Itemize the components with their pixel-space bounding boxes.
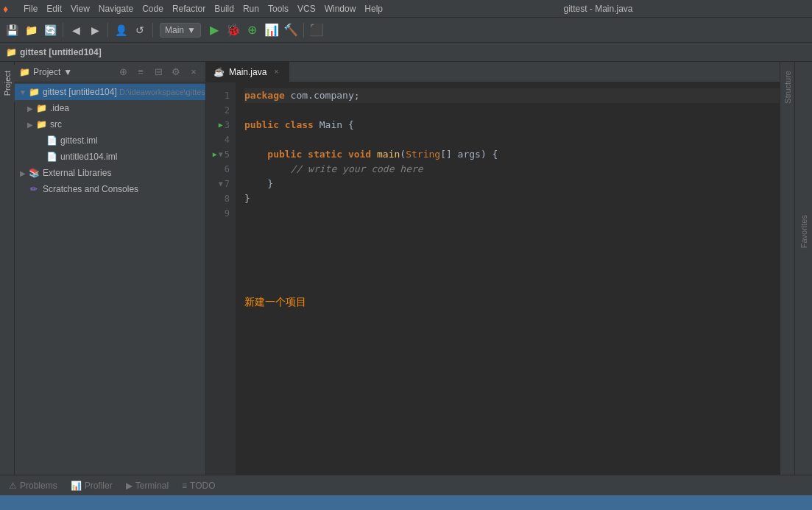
line-number-6: 6 [206,162,236,177]
code-line-6: // write your code here [244,162,780,177]
editor-tabs: ☕ Main.java × [206,62,780,82]
idea-label: .idea [50,103,69,113]
tab-todo[interactable]: ≡ TODO [176,478,221,494]
line-number-7: ▼ 7 [206,177,236,191]
src-folder-icon: 📁 [35,118,47,130]
synchronize-button[interactable]: 🔄 [41,21,59,39]
locate-button[interactable]: ⊕ [116,65,130,79]
line-num-2: 2 [225,103,230,118]
untitled104-iml-spacer [35,152,46,162]
ext-libs-icon: 📚 [28,167,40,179]
code-line-9 [244,206,780,221]
project-vertical-tab[interactable]: Project [0,65,15,102]
menu-build[interactable]: Build [210,2,239,15]
tab-file-icon: ☕ [213,67,225,77]
menu-vcs[interactable]: VCS [293,2,320,15]
separator-4 [303,23,304,38]
bottom-tabs: ⚠ Problems 📊 Profiler ▶ Terminal ≡ TODO [0,475,812,495]
root-folder-icon: 📁 [28,86,40,98]
tree-external-libs[interactable]: ▶ 📚 External Libraries [15,165,205,181]
tree-untitled104-iml[interactable]: 📄 untitled104.iml [15,149,205,165]
run-configuration[interactable]: Main ▼ [160,23,201,38]
menu-code[interactable]: Code [138,2,168,15]
run-button[interactable]: ▶ [205,21,223,39]
closing-brace-class: } [244,191,250,206]
indent-space-6 [244,162,291,177]
fold-gutter-5[interactable]: ▼ [219,147,223,162]
tree-root[interactable]: ▼ 📁 gittest [untitled104] D:\ideaworkspa… [15,84,205,100]
editor-area: ☕ Main.java × 1 2 ▶ 3 [206,62,780,475]
undo-button[interactable]: ↺ [131,21,149,39]
code-line-7: } [244,177,780,191]
line-num-8: 8 [225,191,230,206]
menu-bar: ♦ File Edit View Navigate Code Refactor … [0,0,812,18]
back-button[interactable]: ◀ [67,21,85,39]
run-gutter-3[interactable]: ▶ [219,118,223,132]
tree-src-folder[interactable]: ▶ 📁 src [15,116,205,132]
run-gutter-5[interactable]: ▶ [213,147,217,162]
tab-main-java[interactable]: ☕ Main.java × [206,62,289,82]
project-folder-icon: 📁 [19,67,30,77]
structure-vertical-tab[interactable]: Structure [780,65,795,110]
tab-terminal[interactable]: ▶ Terminal [120,478,174,494]
scratches-icon: ✏ [28,183,40,195]
tab-problems[interactable]: ⚠ Problems [3,478,63,494]
fold-gutter-7[interactable]: ▼ [219,177,223,191]
code-line-3: public class Main { [244,118,780,132]
history-button[interactable]: 👤 [112,21,130,39]
settings-button[interactable]: ⚙ [169,65,183,79]
forward-button[interactable]: ▶ [86,21,104,39]
profile-button[interactable]: 📊 [263,21,280,39]
tree-idea-folder[interactable]: ▶ 📁 .idea [15,100,205,116]
indent-space [244,147,267,162]
untitled104-iml-label: untitled104.iml [60,152,117,162]
run-config-dropdown-icon: ▼ [187,25,196,35]
root-label: gittest [untitled104] D:\ideaworkspace\g… [43,87,205,97]
separator-2 [107,23,108,38]
expand-all-button[interactable]: ≡ [133,65,148,79]
close-panel-button[interactable]: × [186,65,201,79]
tab-close-button[interactable]: × [271,67,281,77]
build-button[interactable]: 🔨 [282,21,300,39]
problems-icon: ⚠ [9,481,17,491]
menu-refactor[interactable]: Refactor [168,2,210,15]
tree-gittest-iml[interactable]: 📄 gittest.iml [15,132,205,149]
project-panel: 📁 Project ▼ ⊕ ≡ ⊟ ⚙ × ▼ 📁 gittest [untit… [15,62,206,475]
menu-window[interactable]: Window [320,2,361,15]
untitled104-iml-icon: 📄 [46,151,57,163]
code-content[interactable]: package com.company; public class Main {… [236,82,780,475]
profiler-icon: 📊 [71,481,82,491]
tree-scratches[interactable]: ✏ Scratches and Consoles [15,181,205,197]
menu-help[interactable]: Help [360,2,387,15]
method-params: ( [400,147,406,162]
debug-button[interactable]: 🐞 [225,21,242,39]
project-panel-title[interactable]: 📁 Project ▼ [19,67,72,77]
menu-navigate[interactable]: Navigate [94,2,138,15]
stop-button[interactable]: ⬛ [308,21,325,39]
menu-view[interactable]: View [66,2,94,15]
code-line-4 [244,132,780,147]
favorites-tab[interactable]: Favorites [798,209,810,254]
idea-arrow-icon: ▶ [25,103,35,113]
menu-edit[interactable]: Edit [42,2,66,15]
menu-run[interactable]: Run [239,2,264,15]
new-project-button[interactable]: 📁 [22,21,40,39]
line-number-9: 9 [206,206,236,221]
terminal-icon: ▶ [126,481,133,491]
code-line-5: public static void main ( String [] args… [244,147,780,162]
status-bar [0,495,812,510]
separator-1 [63,23,63,38]
line-num-5: 5 [225,147,230,162]
tab-profiler[interactable]: 📊 Profiler [65,478,119,494]
menu-tools[interactable]: Tools [264,2,293,15]
scratches-label: Scratches and Consoles [43,184,138,194]
line-num-9: 9 [225,206,230,221]
run-coverage-button[interactable]: ⊕ [244,21,261,39]
line-num-3: 3 [225,118,230,132]
menu-file[interactable]: File [19,2,42,15]
gittest-iml-label: gittest.iml [60,135,98,146]
scratches-spacer [18,184,28,194]
app-logo: ♦ [3,3,15,15]
save-all-button[interactable]: 💾 [3,21,21,39]
collapse-all-button[interactable]: ⊟ [151,65,166,79]
